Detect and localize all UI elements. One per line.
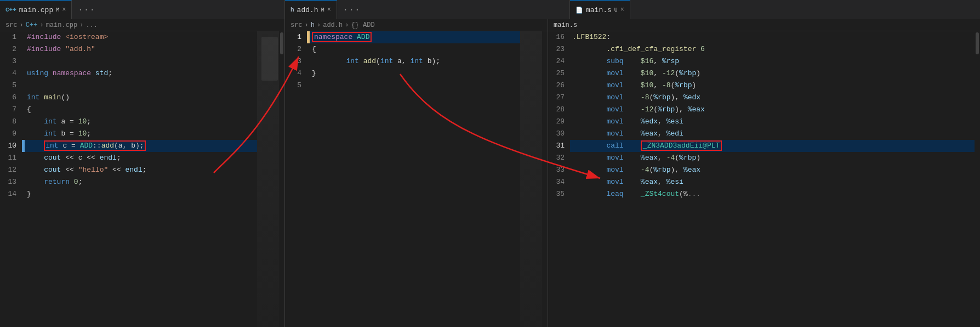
- asm-line-28: movl -12(%rbp), %eax: [570, 104, 975, 116]
- tab-main-cpp-label: main.cpp: [19, 6, 53, 14]
- file-icon-pane3: 📄: [576, 7, 583, 14]
- line-numbers-pane1: 1 2 3 4 5 6 7 8 9 10 11 12 13 14: [0, 31, 22, 327]
- pane2-code-line-5: [310, 80, 520, 92]
- minimap-pane2: [520, 31, 542, 327]
- line-numbers-pane2: 1 2 3 4 5: [285, 31, 307, 327]
- minimap-pane1: [257, 31, 279, 327]
- breadcrumb-pane2: src › h › add.h › {} ADD: [285, 19, 548, 31]
- tab-close-main-cpp[interactable]: ×: [62, 6, 66, 14]
- code-lines-pane2[interactable]: namespace ADD { int add(int a, int b); }: [310, 31, 520, 327]
- code-line-9: int b = 10;: [25, 128, 257, 140]
- tab-add-h[interactable]: h add.h M ×: [285, 0, 337, 19]
- asm-line-30: movl %eax, %edi: [570, 128, 975, 140]
- line-numbers-pane3: 16 23 24 25 26 27 28 29 30 31 32 33 34 3…: [548, 31, 570, 327]
- pane2-code-line-4: }: [310, 67, 520, 80]
- tab-more-pane1[interactable]: ···: [72, 4, 100, 15]
- asm-line-32: movl %eax, -4(%rbp): [570, 152, 975, 164]
- pane2-code-line-1: namespace ADD: [310, 31, 520, 43]
- code-line-10: int c = ADD::add(a, b);: [25, 140, 257, 152]
- tab-add-h-modified: M: [321, 7, 324, 13]
- code-line-3: [25, 55, 257, 67]
- more-icon-pane2: ···: [343, 4, 360, 15]
- asm-line-31: call _ZN3ADD3addEii@PLT: [570, 140, 975, 152]
- breadcrumb-pane3: main.s: [548, 19, 980, 31]
- tab-untracked-indicator: U: [614, 7, 618, 13]
- tab-close-add-h[interactable]: ×: [327, 6, 331, 14]
- asm-line-35: leaq _ZSt4cout(%...: [570, 188, 975, 200]
- asm-line-16: .LFB1522:: [570, 31, 975, 43]
- code-line-5: [25, 80, 257, 92]
- pane2-code-line-2: {: [310, 43, 520, 55]
- tab-main-s-label: main.s: [586, 6, 612, 14]
- code-line-11: cout << c << endl;: [25, 152, 257, 164]
- code-line-8: int a = 10;: [25, 116, 257, 128]
- editor-pane-main-s: main.s 16 23 24 25 26 27 28 29 30 31 32 …: [548, 19, 980, 327]
- tab-main-cpp[interactable]: C++ main.cpp M ×: [0, 0, 72, 19]
- editor-pane-main-cpp: src › C++ › main.cpp › ... 1 2 3 4 5 6 7: [0, 19, 285, 327]
- asm-line-24: subq $16, %rsp: [570, 55, 975, 67]
- cpp-icon: C++: [5, 7, 16, 13]
- code-line-4: using namespace std;: [25, 67, 257, 80]
- h-icon: h: [290, 7, 294, 13]
- tab-main-s[interactable]: 📄 main.s U ×: [570, 0, 630, 19]
- breadcrumb-pane1: src › C++ › main.cpp › ...: [0, 19, 284, 31]
- pane2-code-line-3: int add(int a, int b);: [310, 55, 520, 67]
- tab-add-h-label: add.h: [297, 6, 318, 14]
- code-line-7: {: [25, 104, 257, 116]
- asm-line-26: movl $10, -8(%rbp): [570, 80, 975, 92]
- code-line-13: return 0;: [25, 176, 257, 188]
- code-line-2: #include "add.h": [25, 43, 257, 55]
- asm-line-25: movl $10, -12(%rbp): [570, 67, 975, 80]
- code-lines-pane1[interactable]: #include <iostream> #include "add.h" usi…: [25, 31, 257, 327]
- code-line-1: #include <iostream>: [25, 31, 257, 43]
- asm-line-27: movl -8(%rbp), %edx: [570, 92, 975, 104]
- asm-line-33: movl -4(%rbp), %eax: [570, 164, 975, 176]
- more-icon-pane1: ···: [77, 4, 95, 15]
- asm-line-34: movl %eax, %esi: [570, 176, 975, 188]
- editor-pane-add-h: src › h › add.h › {} ADD 1 2 3 4 5: [285, 19, 548, 327]
- asm-line-23: .cfi_def_cfa_register 6: [570, 43, 975, 55]
- code-line-14: }: [25, 188, 257, 200]
- code-line-6: int main(): [25, 92, 257, 104]
- asm-line-29: movl %edx, %esi: [570, 116, 975, 128]
- tab-modified-indicator: M: [56, 7, 59, 13]
- code-lines-pane3[interactable]: .LFB1522: .cfi_def_cfa_register 6 subq $…: [570, 31, 975, 327]
- code-line-12: cout << "hello" << endl;: [25, 164, 257, 176]
- tab-close-main-s[interactable]: ×: [620, 6, 624, 14]
- tab-more-pane2[interactable]: ···: [337, 4, 366, 15]
